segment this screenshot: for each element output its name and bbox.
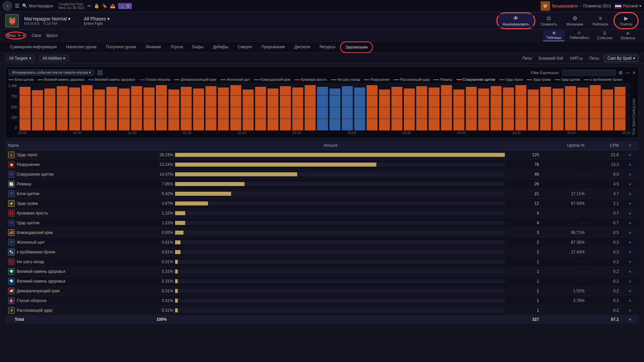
expand-button[interactable]: +: [629, 259, 631, 264]
tab-resources[interactable]: Ресурсы: [315, 42, 340, 53]
total-plus-cell[interactable]: +: [622, 315, 639, 324]
plus-cell[interactable]: +: [622, 296, 639, 306]
chart-filter-square[interactable]: [97, 70, 103, 75]
chart-filter-button[interactable]: Игнорировать события после смерти игрока…: [8, 69, 95, 76]
count-cell: 3: [507, 228, 542, 238]
pct-text: 3.67%: [156, 201, 173, 206]
expand-button[interactable]: +: [629, 230, 631, 235]
bookmark-icon[interactable]: 🔖: [102, 3, 107, 8]
lock-icon[interactable]: 🔒: [94, 3, 99, 8]
hamburger-menu[interactable]: ☰: [15, 3, 19, 9]
expand-button[interactable]: +: [629, 220, 631, 226]
expand-button[interactable]: +: [629, 279, 631, 284]
chart-settings-icon[interactable]: ⚙: [619, 70, 623, 75]
tab-damage-done[interactable]: Нанесено урона: [61, 42, 101, 53]
twitch-button[interactable]: 📺 5: [118, 3, 132, 9]
spell-name-text: Глухая оборона: [17, 298, 46, 303]
expand-button[interactable]: +: [629, 210, 631, 216]
plus-cell[interactable]: +: [622, 228, 639, 238]
plus-cell[interactable]: +: [622, 277, 639, 286]
pets-button[interactable]: Петы: [520, 56, 534, 61]
tab-debuffs[interactable]: Дебафы: [208, 42, 233, 53]
expand-button[interactable]: +: [629, 191, 631, 196]
edit-icon[interactable]: ✏: [88, 3, 91, 8]
spell-cell: 🛡 Удар щитом: [8, 220, 151, 226]
chart-minimize-icon[interactable]: —: [626, 70, 630, 75]
plus-cell[interactable]: +: [622, 160, 639, 170]
plus-cell[interactable]: +: [622, 189, 639, 199]
expand-button[interactable]: +: [629, 240, 631, 245]
plus-cell[interactable]: +: [622, 267, 639, 277]
expand-button[interactable]: +: [629, 201, 631, 206]
count-cell: 4: [507, 208, 542, 218]
phases-button[interactable]: All Phases ▾: [84, 16, 110, 21]
tab-dispels[interactable]: Диспели: [289, 42, 315, 53]
tab-summary[interactable]: Суммарная информация: [5, 42, 61, 53]
cast-by-spell-button[interactable]: Cast By Spell ▾: [604, 55, 639, 62]
plus-cell[interactable]: +: [622, 179, 639, 189]
ratings-button[interactable]: ≡ Рейтинги: [589, 14, 612, 27]
app-logo[interactable]: ⚔: [3, 1, 12, 11]
plus-cell[interactable]: +: [622, 199, 639, 208]
share-icon[interactable]: 📤: [110, 3, 115, 8]
pets2-button[interactable]: Петы: [587, 56, 601, 61]
timeline-button[interactable]: ⏱ Таймлайны: [566, 30, 592, 41]
compare-button[interactable]: ⚖ Сравнить: [537, 14, 561, 27]
svg-rect-20: [267, 88, 278, 130]
tab-damage-taken[interactable]: Получено урона: [101, 42, 141, 53]
my-filter-tab[interactable]: Свои: [32, 33, 41, 38]
plus-cell[interactable]: +: [622, 208, 639, 218]
expand-button[interactable]: +: [629, 181, 631, 187]
legend-shield-bash: Удар щитом: [555, 78, 580, 81]
plus-cell[interactable]: +: [622, 286, 639, 296]
expand-button[interactable]: +: [629, 269, 631, 274]
queries-button[interactable]: ⊕ Запросы: [617, 30, 639, 41]
language-section[interactable]: Русский ▾: [615, 4, 641, 8]
expand-button[interactable]: +: [629, 162, 631, 167]
user-name: Вундервафли: [552, 4, 578, 8]
total-expand-button[interactable]: +: [629, 317, 631, 322]
replay-button[interactable]: ▶ Повтор: [616, 14, 636, 27]
analyze-button[interactable]: 👁 Анализировать: [499, 14, 533, 27]
user-section[interactable]: 🦁 Вундервафли - Пламегор (EU): [541, 1, 611, 11]
melee-button[interactable]: Ближний бой: [537, 56, 565, 61]
expand-button[interactable]: +: [629, 298, 631, 303]
npc-button[interactable]: НИП ы: [568, 56, 585, 61]
expand-button[interactable]: +: [629, 288, 631, 294]
all-abilities-button[interactable]: All Abilities ▾: [39, 55, 69, 62]
legend-deaf-defense-label: Глухая оборона: [146, 78, 170, 81]
enemies-filter-tab[interactable]: Враги: [47, 33, 57, 38]
filter-chevron-icon[interactable]: ▾: [23, 34, 24, 37]
plus-cell[interactable]: +: [622, 238, 639, 247]
legend-devastate: Разрушение: [364, 78, 389, 81]
expand-button[interactable]: +: [629, 152, 631, 158]
plus-cell[interactable]: +: [622, 247, 639, 257]
boss-name-button[interactable]: Магтеридон Normal ▾: [24, 16, 70, 21]
player-filter[interactable]: Феш ✕ ▾: [5, 32, 26, 40]
filter-expression-input[interactable]: [562, 70, 616, 76]
events-button[interactable]: ☰ События: [594, 30, 615, 41]
mechanics-button[interactable]: ⚙ Механики: [562, 14, 587, 27]
chart-close-icon[interactable]: ✕: [632, 70, 636, 75]
expand-button[interactable]: +: [629, 172, 631, 177]
tables-button[interactable]: ⊞ Таблицы: [543, 30, 565, 41]
expand-button[interactable]: +: [629, 249, 631, 255]
bar-container: [175, 211, 505, 215]
tab-healing[interactable]: Лечение: [141, 42, 166, 53]
tab-interrupts[interactable]: Прерывания: [257, 42, 289, 53]
search-section[interactable]: 🔍 Магтеридон: [22, 3, 53, 8]
plus-cell[interactable]: +: [622, 257, 639, 267]
tab-deaths[interactable]: Смерти: [233, 42, 257, 53]
spell-name-text: Деморализующий крик: [17, 289, 60, 293]
tab-threat[interactable]: Угроза: [166, 42, 188, 53]
plus-cell[interactable]: +: [622, 218, 639, 228]
tab-buffs[interactable]: Бафы: [188, 42, 208, 53]
plus-cell[interactable]: +: [622, 306, 639, 315]
svg-rect-32: [416, 86, 427, 130]
expand-button[interactable]: +: [629, 308, 631, 313]
plus-cell[interactable]: +: [622, 170, 639, 179]
tab-spells[interactable]: Заклинания: [340, 42, 373, 53]
all-targets-button[interactable]: All Targets ▾: [5, 55, 35, 62]
filter-close-icon[interactable]: ✕: [17, 33, 21, 38]
plus-cell[interactable]: +: [622, 150, 639, 160]
